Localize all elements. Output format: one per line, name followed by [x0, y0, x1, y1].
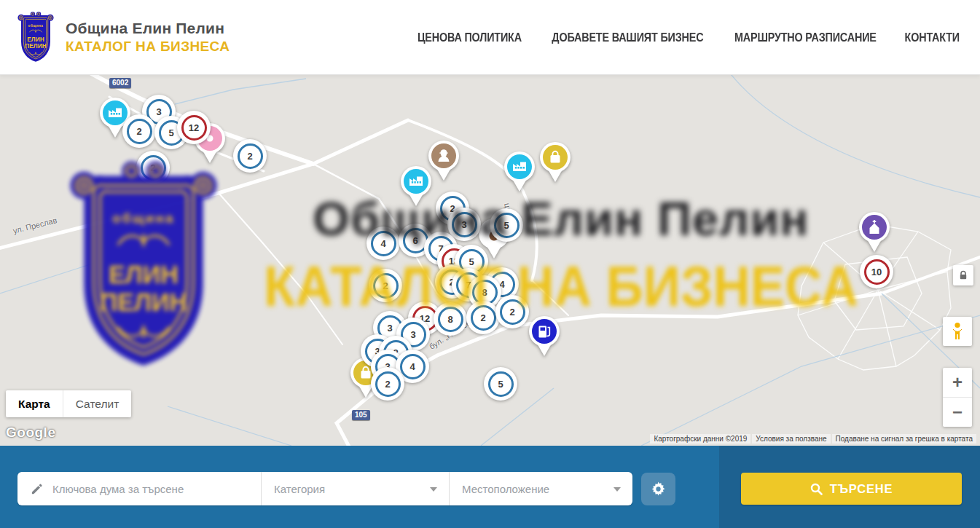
map-cluster-marker[interactable]: 2 [369, 269, 402, 302]
gear-icon [651, 481, 666, 497]
location-select[interactable]: Местоположение [449, 472, 632, 505]
nav-item-contacts[interactable]: КОНТАКТИ [905, 31, 960, 44]
svg-text:община: община [28, 23, 44, 28]
zoom-control: + − [943, 368, 972, 427]
nav-item-add-business[interactable]: ДОБАВЕТЕ ВАШИЯТ БИЗНЕС [552, 31, 703, 44]
map-pin-worker-icon[interactable] [428, 141, 460, 183]
nav-item-schedule[interactable]: МАРШРУТНО РАЗПИСАНИЕ [734, 31, 877, 44]
search-icon [810, 483, 823, 495]
map-type-map-button[interactable]: Карта [6, 390, 63, 417]
pegman-icon [949, 322, 965, 341]
municipality-crest-logo: община ЕЛИН ПЕЛИН [16, 10, 55, 64]
map-cluster-marker[interactable]: 2 [466, 301, 500, 334]
map-cluster-marker[interactable]: 2 [371, 367, 404, 401]
attribution-link[interactable]: Подаване на сигнал за грешка в картата [832, 434, 976, 444]
site-title: Община Елин Пелин [66, 20, 230, 37]
map-cluster-marker[interactable]: 5 [490, 208, 523, 242]
street-view-pegman-button[interactable] [943, 317, 972, 346]
keyword-input[interactable] [52, 483, 227, 495]
site-logo[interactable]: община ЕЛИН ПЕЛИН Община Елин Пелин КАТА… [16, 10, 230, 64]
map-attribution: Картографски данни ©2019Условия за ползв… [650, 434, 976, 444]
zoom-in-button[interactable]: + [943, 368, 972, 398]
zoom-out-button[interactable]: − [943, 398, 972, 427]
keyword-field[interactable] [17, 472, 261, 505]
svg-text:ПЕЛИН: ПЕЛИН [25, 42, 47, 50]
svg-text:ЕЛИН: ЕЛИН [27, 36, 44, 43]
map-data-copyright: Картографски данни ©2019 [650, 434, 750, 444]
main-nav: ЦЕНОВА ПОЛИТИКАДОБАВЕТЕ ВАШИЯТ БИЗНЕСМАР… [415, 31, 961, 44]
search-button[interactable]: ТЪРСЕНЕ [741, 473, 962, 505]
attribution-link[interactable]: Условия за ползване [752, 434, 830, 444]
chevron-down-icon [614, 487, 621, 492]
pencil-icon [30, 482, 44, 496]
map-pin-fuel-icon[interactable] [528, 316, 560, 358]
google-logo[interactable]: Google [6, 425, 55, 441]
search-bar: Категория Местоположение ТЪРСЕНЕ [0, 446, 980, 528]
map-cluster-marker[interactable]: 2 [233, 139, 267, 173]
map-pin-bag-icon[interactable] [539, 142, 571, 184]
site-subtitle: КАТАЛОГ НА БИЗНЕСА [66, 39, 230, 55]
map-cluster-marker[interactable]: 4 [366, 226, 400, 260]
search-fields: Категория Местоположение [17, 472, 632, 505]
map-type-satellite-button[interactable]: Сателит [63, 390, 131, 417]
chevron-down-icon [430, 487, 437, 492]
map-cluster-marker[interactable]: 12 [177, 111, 211, 144]
category-select[interactable]: Категория [261, 472, 449, 505]
lock-button[interactable] [953, 265, 973, 285]
page: община ЕЛИН ПЕЛИН Община Елин Пелин КАТА… [0, 0, 980, 528]
map-cluster-marker[interactable]: 5 [484, 367, 517, 401]
map-cluster-marker[interactable]: 2 [122, 114, 156, 148]
nav-item-pricing[interactable]: ЦЕНОВА ПОЛИТИКА [418, 31, 522, 44]
map-pin-church-icon[interactable] [858, 212, 890, 254]
map-type-control: Карта Сателит [6, 390, 131, 417]
map-pin-factory-icon[interactable] [400, 166, 432, 208]
advanced-search-button[interactable] [641, 473, 675, 505]
header: община ЕЛИН ПЕЛИН Община Елин Пелин КАТА… [0, 0, 980, 75]
map-pin-factory-icon[interactable] [503, 151, 536, 194]
map-cluster-marker[interactable]: 10 [860, 255, 893, 288]
map-canvas[interactable]: ул. Преславбул. „Новоселции“6002105 [0, 75, 980, 446]
road-shield: 6002 [109, 78, 131, 88]
road-shield: 105 [352, 410, 370, 420]
lock-icon [958, 270, 968, 280]
map-cluster-marker[interactable]: 2 [495, 295, 529, 328]
map-cluster-marker[interactable]: 8 [434, 302, 467, 336]
map-cluster-marker[interactable]: 2 [136, 151, 170, 184]
